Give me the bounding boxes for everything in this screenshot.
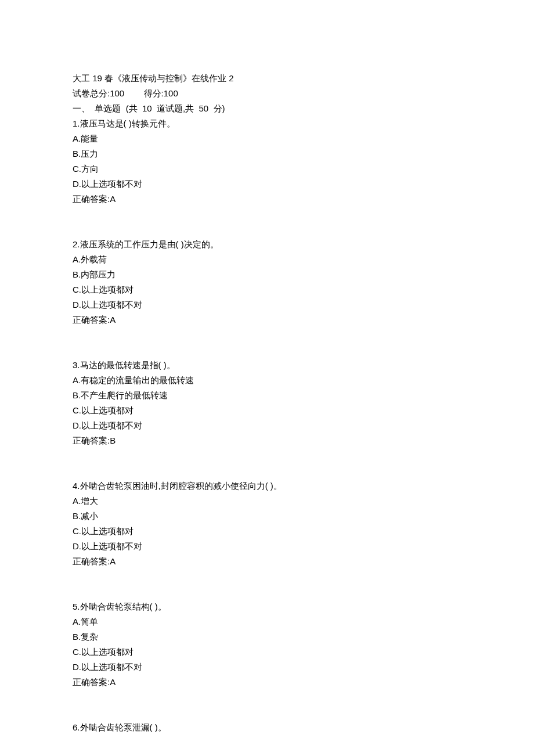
section-header: 一、 单选题 (共 10 道试题,共 50 分)	[73, 101, 461, 116]
question-option: C.方向	[73, 161, 461, 177]
question-option: A.增大	[73, 494, 461, 509]
question-option: A.简单	[73, 614, 461, 629]
question-option: C.以上选项都对	[73, 645, 461, 660]
question-1: 1.液压马达是( )转换元件。 A.能量 B.压力 C.方向 D.以上选项都不对…	[73, 116, 461, 207]
question-2: 2.液压系统的工作压力是由( )决定的。 A.外载荷 B.内部压力 C.以上选项…	[73, 237, 461, 327]
question-stem: 2.液压系统的工作压力是由( )决定的。	[73, 237, 461, 252]
question-answer: 正确答案:A	[73, 554, 461, 569]
question-stem: 3.马达的最低转速是指( )。	[73, 358, 461, 373]
score-line: 试卷总分:100 得分:100	[73, 86, 461, 101]
question-option: A.外载荷	[73, 252, 461, 267]
question-option: C.以上选项都对	[73, 524, 461, 539]
question-stem: 1.液压马达是( )转换元件。	[73, 116, 461, 131]
document-page: 大工 19 春《液压传动与控制》在线作业 2 试卷总分:100 得分:100 一…	[0, 0, 534, 756]
question-6: 6.外啮合齿轮泵泄漏( )。	[73, 720, 461, 735]
question-option: B.减小	[73, 509, 461, 524]
question-answer: 正确答案:A	[73, 675, 461, 690]
question-answer: 正确答案:B	[73, 433, 461, 448]
question-option: D.以上选项都不对	[73, 177, 461, 192]
question-5: 5.外啮合齿轮泵结构( )。 A.简单 B.复杂 C.以上选项都对 D.以上选项…	[73, 599, 461, 690]
question-stem: 6.外啮合齿轮泵泄漏( )。	[73, 720, 461, 735]
question-option: A.有稳定的流量输出的最低转速	[73, 373, 461, 388]
question-option: B.复杂	[73, 629, 461, 645]
question-3: 3.马达的最低转速是指( )。 A.有稳定的流量输出的最低转速 B.不产生爬行的…	[73, 358, 461, 448]
question-stem: 4.外啮合齿轮泵困油时,封闭腔容积的减小使径向力( )。	[73, 478, 461, 494]
question-option: C.以上选项都对	[73, 403, 461, 418]
question-option: B.压力	[73, 146, 461, 161]
question-option: D.以上选项都不对	[73, 660, 461, 675]
question-4: 4.外啮合齿轮泵困油时,封闭腔容积的减小使径向力( )。 A.增大 B.减小 C…	[73, 478, 461, 569]
header-block: 大工 19 春《液压传动与控制》在线作业 2 试卷总分:100 得分:100 一…	[73, 71, 461, 207]
question-option: C.以上选项都对	[73, 282, 461, 297]
question-option: D.以上选项都不对	[73, 539, 461, 554]
question-option: B.内部压力	[73, 267, 461, 282]
question-answer: 正确答案:A	[73, 192, 461, 207]
question-stem: 5.外啮合齿轮泵结构( )。	[73, 599, 461, 614]
question-option: D.以上选项都不对	[73, 297, 461, 312]
question-option: A.能量	[73, 131, 461, 146]
question-answer: 正确答案:A	[73, 312, 461, 327]
question-option: B.不产生爬行的最低转速	[73, 388, 461, 403]
question-option: D.以上选项都不对	[73, 418, 461, 433]
doc-title: 大工 19 春《液压传动与控制》在线作业 2	[73, 71, 461, 86]
